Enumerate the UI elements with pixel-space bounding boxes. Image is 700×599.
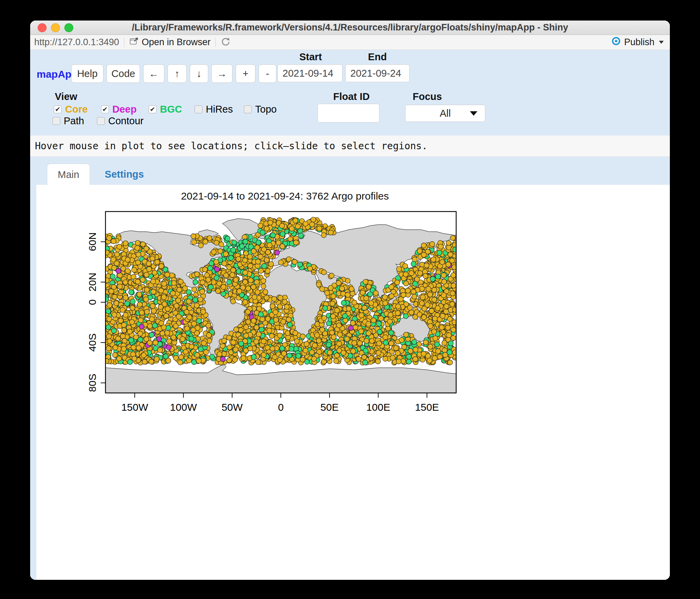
deep-label: Deep [112, 104, 137, 115]
end-date-input[interactable] [345, 64, 410, 82]
tab-strip: Main Settings [30, 157, 670, 185]
hires-checkbox[interactable] [195, 105, 202, 113]
start-date-input[interactable] [277, 64, 342, 82]
svg-text:50E: 50E [321, 402, 339, 413]
status-bar: Hover mouse in plot to see locations; cl… [30, 136, 670, 157]
publish-icon [611, 36, 621, 48]
svg-text:60N: 60N [87, 232, 98, 251]
main-content: 2021-09-14 to 2021-09-24: 3762 Argo prof… [30, 185, 670, 580]
core-checkbox[interactable] [54, 105, 62, 113]
title-bar: /Library/Frameworks/R.framework/Versions… [30, 21, 670, 35]
divider [215, 38, 216, 47]
path-checkbox[interactable] [52, 117, 60, 125]
chevron-down-icon [659, 41, 664, 44]
divider [124, 38, 124, 47]
svg-text:100W: 100W [170, 402, 197, 413]
end-date-label: End [360, 51, 395, 63]
svg-text:50W: 50W [222, 402, 243, 413]
close-button[interactable] [38, 23, 47, 32]
url-text: http://127.0.0.1:3490 [34, 37, 119, 48]
plot-title: 2021-09-14 to 2021-09-24: 3762 Argo prof… [110, 190, 460, 202]
window-title: /Library/Frameworks/R.framework/Versions… [132, 22, 568, 33]
browser-bar: http://127.0.0.1:3490 Open in Browser [30, 35, 670, 50]
tab-main[interactable]: Main [47, 164, 90, 185]
hires-label: HiRes [206, 104, 233, 115]
checkbox-contour[interactable]: Contour [97, 116, 143, 126]
checkbox-hires[interactable]: HiRes [195, 104, 233, 114]
bgc-checkbox[interactable] [149, 105, 157, 113]
checkbox-core[interactable]: Core [54, 104, 88, 114]
pan-up-button[interactable]: ↑ [167, 64, 187, 83]
open-in-browser-icon [129, 36, 139, 48]
app-window: /Library/Frameworks/R.framework/Versions… [30, 21, 670, 580]
window-controls [38, 23, 73, 32]
focus-select-value: All [440, 108, 451, 119]
svg-text:80S: 80S [87, 374, 98, 392]
svg-text:20N: 20N [87, 273, 98, 292]
help-button[interactable]: Help [71, 64, 103, 83]
float-id-label: Float ID [333, 91, 370, 102]
topo-label: Topo [255, 104, 277, 115]
float-id-input[interactable] [317, 104, 379, 123]
nav-button-row: Help Code ← ↑ ↓ → + - [71, 64, 276, 83]
tab-settings[interactable]: Settings [93, 164, 155, 185]
path-label: Path [64, 115, 84, 127]
open-in-browser-label: Open in Browser [142, 37, 211, 48]
topo-checkbox[interactable] [244, 105, 252, 113]
open-in-browser-button[interactable]: Open in Browser [129, 36, 211, 48]
publish-label: Publish [624, 37, 654, 48]
focus-select[interactable]: All [405, 105, 485, 122]
svg-text:0: 0 [87, 300, 98, 305]
svg-text:40S: 40S [87, 333, 98, 352]
checkbox-bgc[interactable]: BGC [149, 104, 182, 114]
minimize-button[interactable] [51, 23, 60, 32]
checkbox-path[interactable]: Path [52, 116, 84, 126]
publish-button[interactable]: Publish [611, 36, 664, 48]
argo-map-plot[interactable]: 150W100W50W050E100E150E60N20N040S80S [75, 205, 507, 431]
contour-label: Contour [108, 115, 143, 127]
start-date-label: Start [293, 51, 328, 63]
refresh-icon[interactable] [221, 37, 231, 48]
checkbox-deep[interactable]: Deep [101, 104, 137, 114]
core-label: Core [65, 104, 88, 115]
checkbox-topo[interactable]: Topo [244, 104, 277, 114]
svg-text:150W: 150W [121, 402, 148, 413]
pan-left-button[interactable]: ← [143, 64, 164, 83]
svg-text:100E: 100E [366, 402, 390, 413]
svg-text:0: 0 [278, 402, 284, 413]
bgc-label: BGC [160, 104, 182, 115]
contour-checkbox[interactable] [97, 117, 105, 125]
svg-text:150E: 150E [415, 402, 439, 413]
zoom-out-button[interactable]: - [259, 64, 276, 83]
focus-label: Focus [413, 91, 442, 102]
pan-down-button[interactable]: ↓ [190, 64, 208, 83]
control-panel: mapApp Help Code ← ↑ ↓ → + - Start End V… [30, 50, 670, 136]
status-message: Hover mouse in plot to see locations; cl… [35, 140, 427, 152]
deep-checkbox[interactable] [101, 105, 109, 113]
code-button[interactable]: Code [107, 64, 140, 83]
left-gutter [30, 185, 36, 580]
view-label: View [55, 91, 77, 102]
world-map[interactable]: 150W100W50W050E100E150E60N20N040S80S [75, 205, 507, 431]
zoom-in-button[interactable]: + [236, 64, 255, 83]
pan-right-button[interactable]: → [211, 64, 233, 83]
chevron-down-icon [470, 111, 477, 116]
zoom-button[interactable] [64, 23, 73, 32]
